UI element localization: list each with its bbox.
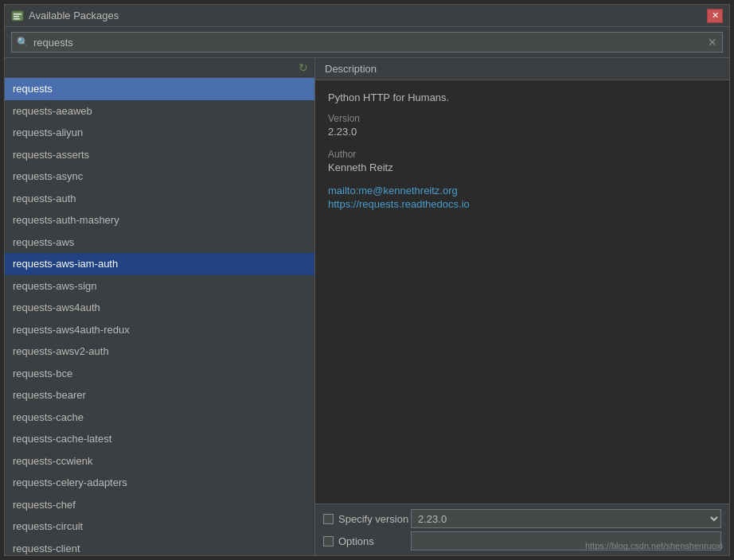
list-item[interactable]: requests-client (5, 538, 314, 556)
search-bar: 🔍 ✕ (5, 27, 729, 58)
list-item[interactable]: requests (5, 78, 314, 100)
options-label[interactable]: Options (323, 535, 411, 547)
list-item[interactable]: requests-aliyun (5, 122, 314, 144)
search-input[interactable] (33, 37, 708, 49)
description-pane: Description Python HTTP for Humans. Vers… (315, 58, 729, 555)
options-row: Options (323, 531, 721, 550)
main-window: Available Packages ✕ 🔍 ✕ ↻ requestsreque… (4, 4, 730, 556)
list-item[interactable]: requests-async (5, 165, 314, 188)
list-item[interactable]: requests-aws-sign (5, 275, 314, 298)
main-content: ↻ requestsrequests-aeawebrequests-aliyun… (5, 58, 729, 555)
list-item[interactable]: requests-auth (5, 188, 314, 210)
list-item[interactable]: requests-bce (5, 363, 314, 385)
window-title: Available Packages (29, 10, 707, 21)
list-item[interactable]: requests-ccwienk (5, 450, 314, 472)
list-item[interactable]: requests-aws (5, 231, 314, 254)
search-input-wrap: 🔍 ✕ (11, 32, 723, 52)
docs-link[interactable]: https://requests.readthedocs.io (328, 198, 716, 210)
package-list[interactable]: requestsrequests-aeawebrequests-aliyunre… (5, 78, 314, 555)
specify-version-row: Specify version 2.23.0 2.22.0 2.21.0 2.2… (323, 509, 721, 528)
list-item[interactable]: requests-chef (5, 494, 314, 516)
package-list-header: ↻ (5, 58, 314, 78)
svg-rect-1 (14, 14, 21, 15)
svg-rect-2 (14, 16, 19, 18)
list-item[interactable]: requests-aws4auth-redux (5, 319, 314, 341)
list-item[interactable]: requests-aeaweb (5, 100, 314, 122)
list-item[interactable]: requests-awsv2-auth (5, 340, 314, 363)
svg-rect-3 (14, 18, 20, 20)
title-bar: Available Packages ✕ (5, 5, 729, 27)
list-item[interactable]: requests-aws-iam-auth (5, 253, 314, 275)
window-icon (11, 10, 24, 22)
version-label: Version (328, 113, 716, 124)
email-link[interactable]: mailto:me@kennethreitz.org (328, 185, 716, 196)
bottom-panel: Specify version 2.23.0 2.22.0 2.21.0 2.2… (315, 504, 729, 555)
package-summary: Python HTTP for Humans. (328, 91, 716, 103)
list-item[interactable]: requests-bearer (5, 384, 314, 406)
list-item[interactable]: requests-asserts (5, 144, 314, 166)
specify-version-label[interactable]: Specify version (323, 513, 411, 525)
search-clear-icon[interactable]: ✕ (708, 36, 717, 49)
list-item[interactable]: requests-cache-latest (5, 428, 314, 450)
specify-version-checkbox[interactable] (323, 514, 334, 524)
list-item[interactable]: requests-auth-mashery (5, 209, 314, 231)
list-item[interactable]: requests-celery-adapters (5, 472, 314, 494)
list-item[interactable]: requests-cache (5, 406, 314, 429)
package-list-pane: ↻ requestsrequests-aeawebrequests-aliyun… (5, 58, 315, 555)
close-button[interactable]: ✕ (707, 9, 723, 23)
list-item[interactable]: requests-aws4auth (5, 297, 314, 319)
options-input[interactable] (411, 531, 721, 550)
description-header: Description (315, 58, 729, 80)
author-value: Kenneth Reitz (328, 161, 716, 173)
author-label: Author (328, 149, 716, 160)
description-body: Python HTTP for Humans. Version 2.23.0 A… (315, 80, 729, 504)
refresh-button[interactable]: ↻ (295, 60, 311, 76)
version-value: 2.23.0 (328, 126, 716, 138)
options-checkbox[interactable] (323, 536, 334, 546)
search-icon: 🔍 (17, 37, 29, 48)
list-item[interactable]: requests-circuit (5, 515, 314, 538)
version-select[interactable]: 2.23.0 2.22.0 2.21.0 2.20.0 (411, 509, 721, 528)
